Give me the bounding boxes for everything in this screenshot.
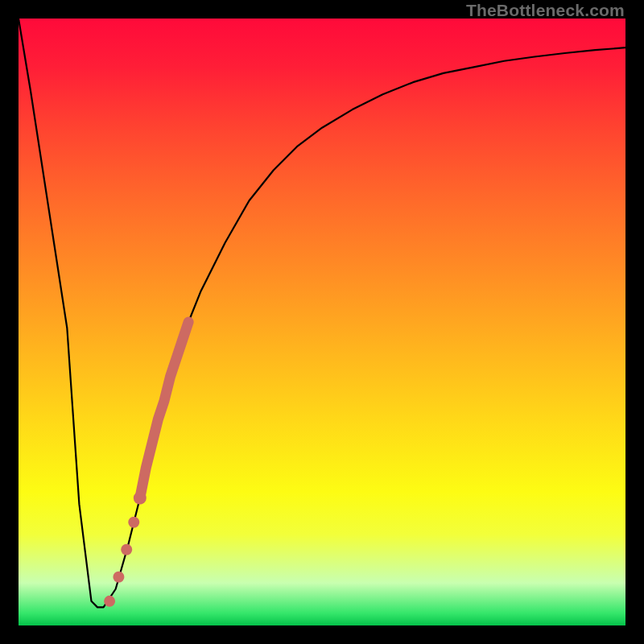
watermark-text: TheBottleneck.com — [466, 1, 625, 20]
bottleneck-curve — [19, 19, 625, 607]
chart-frame: TheBottleneck.com — [0, 0, 644, 644]
highlight-dots — [104, 492, 147, 607]
highlight-dot — [128, 517, 139, 528]
highlight-dot — [134, 492, 147, 505]
highlight-dot — [104, 596, 115, 607]
highlight-dot — [121, 544, 132, 555]
highlight-segment — [140, 322, 188, 498]
highlight-dot — [113, 572, 124, 583]
plot-area — [19, 19, 625, 625]
chart-svg — [19, 19, 625, 625]
